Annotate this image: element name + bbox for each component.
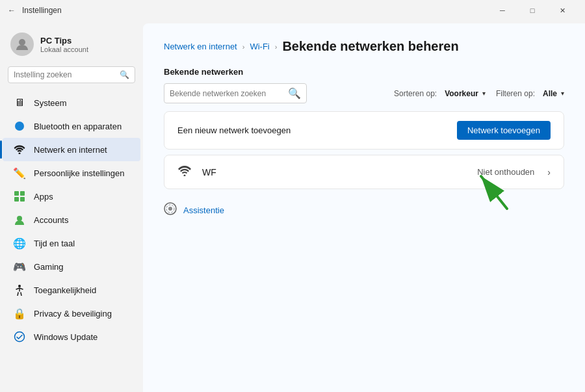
systeem-icon: 🖥	[13, 96, 26, 109]
svg-point-2	[19, 153, 21, 155]
sidebar-item-windows-update[interactable]: Windows Update	[3, 325, 140, 348]
back-button[interactable]: ←	[8, 6, 16, 15]
user-type: Lokaal account	[40, 46, 88, 53]
sidebar-item-label: Systeem	[34, 98, 67, 108]
svg-point-9	[15, 332, 25, 342]
add-network-label: Een nieuw netwerk toevoegen	[177, 125, 447, 135]
sidebar-item-label: Apps	[34, 192, 53, 202]
filter-value: Alle	[543, 89, 557, 98]
sidebar-search-input[interactable]	[14, 70, 116, 79]
svg-rect-6	[20, 197, 25, 202]
sidebar-item-label: Tijd en taal	[34, 239, 75, 248]
sidebar-item-privacy[interactable]: 🔒 Privacy & beveiliging	[3, 302, 140, 325]
apps-icon	[13, 190, 26, 203]
network-name: WF	[202, 167, 467, 177]
sidebar-search-box[interactable]: 🔍	[8, 66, 135, 83]
svg-point-7	[17, 216, 22, 221]
gaming-icon: 🎮	[13, 260, 26, 273]
forget-text: Niet onthouden	[477, 167, 534, 177]
wifi-icon	[177, 164, 192, 179]
svg-rect-4	[20, 191, 25, 196]
netwerk-icon	[13, 143, 26, 156]
svg-rect-3	[14, 191, 19, 196]
sidebar-item-label: Privacy & beveiliging	[34, 309, 112, 319]
filter-right: Sorteren op: Voorkeur ▾ Filteren op: All…	[394, 89, 564, 98]
avatar	[10, 33, 34, 56]
privacy-icon: 🔒	[13, 307, 26, 320]
sidebar-item-gaming[interactable]: 🎮 Gaming	[3, 255, 140, 278]
user-info: PC Tips Lokaal account	[40, 36, 88, 53]
sidebar: PC Tips Lokaal account 🔍 🖥 Systeem Bluet…	[0, 21, 143, 392]
chevron-right-icon: ›	[547, 167, 551, 177]
add-network-card: Een nieuw netwerk toevoegen Netwerk toev…	[164, 111, 564, 150]
filter-chevron-icon: ▾	[561, 90, 564, 97]
sort-value: Voorkeur	[445, 89, 478, 98]
wf-network-card: WF Niet onthouden ›	[164, 155, 564, 189]
toegankelijkheid-icon	[13, 283, 26, 296]
sidebar-item-label: Netwerk en internet	[34, 145, 107, 155]
sidebar-item-netwerk[interactable]: Netwerk en internet	[3, 138, 140, 161]
window-controls: ─ □ ✕	[488, 0, 577, 21]
sort-dropdown[interactable]: Sorteren op: Voorkeur ▾	[394, 89, 486, 98]
breadcrumb-sep1: ›	[242, 43, 245, 51]
search-icon: 🔍	[120, 70, 129, 79]
assistentie-icon	[164, 202, 177, 218]
svg-point-13	[168, 207, 172, 211]
sidebar-item-persoonlijk[interactable]: ✏️ Persoonlijke instellingen	[3, 161, 140, 185]
sidebar-item-label: Windows Update	[34, 332, 98, 342]
sort-label: Sorteren op:	[394, 89, 437, 98]
bluetooth-icon	[13, 120, 26, 133]
add-network-row: Een nieuw netwerk toevoegen Netwerk toev…	[164, 112, 564, 149]
user-name: PC Tips	[40, 36, 88, 46]
filter-dropdown[interactable]: Filteren op: Alle ▾	[496, 89, 564, 98]
sidebar-item-label: Persoonlijke instellingen	[34, 168, 124, 178]
svg-point-1	[15, 122, 24, 131]
persoonlijk-icon: ✏️	[13, 166, 26, 179]
update-icon	[13, 330, 26, 343]
assistentie-label[interactable]: Assistentie	[183, 205, 224, 215]
minimize-button[interactable]: ─	[488, 0, 517, 21]
breadcrumb: Netwerk en internet › Wi-Fi › Bekende ne…	[164, 39, 564, 54]
svg-point-0	[19, 39, 25, 46]
add-network-button[interactable]: Netwerk toevoegen	[457, 121, 551, 140]
sidebar-item-tijd[interactable]: 🌐 Tijd en taal	[3, 231, 140, 255]
user-profile[interactable]: PC Tips Lokaal account	[0, 26, 143, 66]
sidebar-item-label: Bluetooth en apparaten	[34, 122, 122, 131]
network-search-icon: 🔍	[288, 87, 301, 99]
breadcrumb-current: Bekende netwerken beheren	[282, 39, 458, 54]
sidebar-item-toegankelijkheid[interactable]: Toegankelijkheid	[3, 278, 140, 302]
breadcrumb-part2[interactable]: Wi-Fi	[250, 42, 269, 51]
sidebar-item-label: Gaming	[34, 262, 64, 272]
network-search-input[interactable]	[170, 89, 284, 98]
sidebar-item-label: Toegankelijkheid	[34, 285, 96, 295]
maximize-button[interactable]: □	[517, 0, 547, 21]
wf-network-row[interactable]: WF Niet onthouden ›	[164, 155, 564, 189]
svg-point-8	[18, 285, 21, 287]
assistentie-section: Assistentie	[164, 200, 564, 221]
sort-chevron-icon: ▾	[482, 90, 486, 97]
close-button[interactable]: ✕	[547, 0, 577, 21]
sidebar-item-label: Accounts	[34, 215, 68, 225]
svg-rect-5	[14, 197, 19, 202]
filter-label: Filteren op:	[496, 89, 535, 98]
section-title: Bekende netwerken	[164, 67, 564, 77]
network-search-box[interactable]: 🔍	[164, 83, 307, 103]
filter-bar: 🔍 Sorteren op: Voorkeur ▾ Filteren op: A…	[164, 83, 564, 103]
sidebar-item-bluetooth[interactable]: Bluetooth en apparaten	[3, 114, 140, 138]
sidebar-item-accounts[interactable]: Accounts	[3, 208, 140, 231]
svg-point-10	[184, 175, 186, 177]
content-area: Netwerk en internet › Wi-Fi › Bekende ne…	[143, 23, 585, 392]
main-container: PC Tips Lokaal account 🔍 🖥 Systeem Bluet…	[0, 21, 585, 392]
sidebar-item-systeem[interactable]: 🖥 Systeem	[3, 91, 140, 114]
sidebar-item-apps[interactable]: Apps	[3, 185, 140, 208]
tijd-icon: 🌐	[13, 237, 26, 250]
breadcrumb-sep2: ›	[275, 43, 278, 51]
breadcrumb-part1[interactable]: Netwerk en internet	[164, 42, 237, 51]
titlebar: ← Instellingen ─ □ ✕	[0, 0, 585, 21]
accounts-icon	[13, 213, 26, 226]
window-title: Instellingen	[22, 6, 488, 15]
